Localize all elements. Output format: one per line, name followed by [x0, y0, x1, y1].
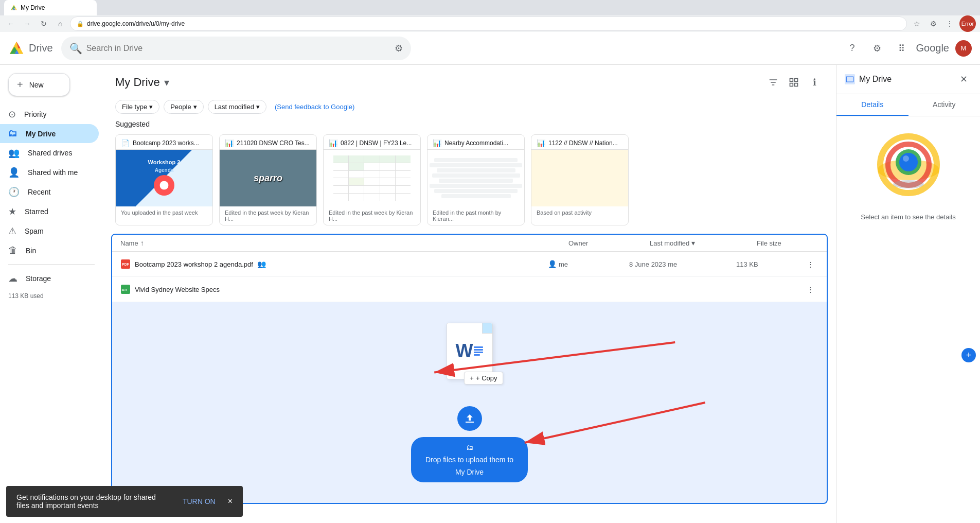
sidebar: + New ⊙ Priority 🗂 My Drive 👥 Shared dri… [0, 65, 103, 523]
svg-rect-11 [795, 83, 798, 86]
settings-btn[interactable]: ⚙ [867, 38, 887, 59]
filetype-label: File type [122, 103, 147, 111]
details-close-btn[interactable]: ✕ [955, 71, 972, 88]
sidebar-item-spam[interactable]: ⚠ Spam [0, 221, 99, 241]
active-tab[interactable]: My Drive [4, 0, 97, 15]
copy-text: + Copy [476, 374, 497, 382]
filter-view-btn[interactable] [764, 73, 782, 92]
grid-view-btn[interactable] [785, 73, 803, 92]
file-row-0[interactable]: PDF Bootcamp 2023 workshop 2 agenda.pdf … [112, 252, 827, 277]
sidebar-item-mydrive[interactable]: 🗂 My Drive [0, 124, 99, 143]
drive-favicon [10, 4, 17, 11]
main-title-arrow[interactable]: ▾ [164, 76, 169, 89]
spam-icon: ⚠ [8, 225, 16, 237]
main-content: My Drive ▾ ℹ File type [103, 65, 836, 523]
file-list-container: Name ↑ Owner Last modified ▾ File size [111, 234, 828, 504]
drop-upload-btn[interactable]: 🗂 Drop files to upload them to My Drive [411, 437, 528, 482]
suggested-card-1[interactable]: 📊 211020 DNSW CRO Tes... sparro Edited i… [219, 134, 317, 225]
people-label: People [170, 103, 191, 111]
file-more-btn-0[interactable]: ⋮ [802, 256, 818, 272]
suggested-card-0[interactable]: 📄 Bootcamp 2023 works... Workshop 2 Agen… [115, 134, 213, 225]
sheet-icon-svg: SHT [121, 285, 130, 294]
user-avatar[interactable]: M [955, 40, 972, 57]
filter-icon[interactable]: ⚙ [395, 43, 403, 54]
sidebar-item-storage[interactable]: ☁ Storage [0, 269, 99, 288]
sort-arrow: ↑ [140, 239, 144, 247]
home-btn[interactable]: ⌂ [54, 17, 67, 30]
sidebar-label-recent: Recent [28, 188, 50, 196]
sidebar-label-mydrive: My Drive [26, 130, 56, 138]
browser-avatar[interactable]: Error [959, 15, 976, 32]
col-modified[interactable]: Last modified ▾ [650, 239, 753, 247]
help-btn[interactable]: ? [842, 38, 863, 59]
suggested-card-4[interactable]: 📊 1122 // DNSW // Nation... [531, 134, 629, 225]
suggested-card-header-4: 📊 1122 // DNSW // Nation... [531, 135, 628, 150]
new-button[interactable]: + New [8, 73, 70, 96]
pdf-icon-svg: PDF [121, 259, 130, 269]
sidebar-item-shared-drives[interactable]: 👥 Shared drives [0, 143, 99, 163]
filetype-filter[interactable]: File type ▾ [115, 100, 159, 114]
notification-close-btn[interactable]: × [228, 497, 233, 506]
svg-rect-8 [790, 79, 793, 82]
extensions-btn[interactable]: ⚙ [926, 17, 940, 30]
info-btn[interactable]: ℹ [805, 73, 824, 92]
col-modified-label: Last modified [650, 239, 689, 247]
forward-btn[interactable]: → [21, 17, 34, 30]
sidebar-item-priority[interactable]: ⊙ Priority [0, 104, 99, 124]
starred-icon: ★ [8, 206, 16, 217]
apps-btn[interactable]: ⠿ [892, 38, 912, 59]
file-icon-sheet: SHT [120, 284, 131, 294]
search-bar[interactable]: 🔍 ⚙ [61, 37, 411, 60]
suggested-card-3[interactable]: 📊 Nearby Accommodati... [427, 134, 525, 225]
recent-icon: 🕐 [8, 186, 20, 198]
mydrive-icon: 🗂 [8, 128, 17, 139]
address-bar[interactable]: 🔒 drive.google.com/drive/u/0/my-drive [70, 16, 907, 31]
storage-icon: ☁ [8, 273, 17, 284]
suggested-card-footer-3: Edited in the past month by Kieran... [427, 206, 524, 225]
people-arrow: ▾ [193, 103, 197, 111]
suggested-card-footer-2: Edited in the past week by Kieran H... [324, 206, 420, 225]
col-name[interactable]: Name ↑ [120, 239, 564, 247]
details-add-btn[interactable]: + [961, 348, 976, 362]
feedback-link[interactable]: (Send feedback to Google) [275, 103, 354, 111]
sidebar-item-starred[interactable]: ★ Starred [0, 202, 99, 221]
sidebar-item-recent[interactable]: 🕐 Recent [0, 182, 99, 202]
file-icon-pdf: PDF [120, 259, 131, 269]
main-title-text: My Drive [115, 76, 160, 89]
suggested-section: Suggested 📄 Bootcamp 2023 works... Works… [103, 120, 836, 234]
cloud-drive-icon: 🗂 [466, 443, 473, 451]
suggested-card-2[interactable]: 📊 0822 | DNSW | FY23 Le... [323, 134, 421, 225]
word-w-letter: W [456, 340, 473, 362]
suggested-card-title-4: 1122 // DNSW // Nation... [548, 140, 618, 147]
details-tab-details[interactable]: Details [836, 94, 908, 116]
people-filter[interactable]: People ▾ [164, 100, 203, 114]
reload-btn[interactable]: ↻ [37, 17, 50, 30]
sidebar-label-storage: Storage [26, 274, 51, 283]
drive-logo-icon [8, 40, 25, 57]
details-illustration-svg [872, 129, 945, 201]
bookmark-btn[interactable]: ☆ [910, 17, 923, 30]
suggested-card-title-1: 211020 DNSW CRO Tes... [237, 140, 310, 147]
lastmodified-arrow: ▾ [256, 103, 260, 111]
tab-bar: My Drive [0, 0, 980, 15]
file-more-btn-1[interactable]: ⋮ [802, 281, 818, 298]
file-list-header: Name ↑ Owner Last modified ▾ File size [112, 235, 827, 252]
browser-toolbar: ← → ↻ ⌂ 🔒 drive.google.com/drive/u/0/my-… [0, 15, 980, 32]
file-row-1[interactable]: SHT Vivid Sydney Website Specs ⋮ [112, 277, 827, 302]
ppt-icon-1: 📊 [225, 139, 234, 147]
lastmodified-filter[interactable]: Last modified ▾ [208, 100, 266, 114]
sidebar-item-bin[interactable]: 🗑 Bin [0, 241, 99, 260]
sidebar-item-shared-with-me[interactable]: 👤 Shared with me [0, 163, 99, 182]
suggested-card-thumb-4 [531, 150, 628, 206]
shared-drives-icon: 👥 [8, 147, 20, 159]
suggested-card-header-2: 📊 0822 | DNSW | FY23 Le... [324, 135, 420, 150]
notification-action[interactable]: TURN ON [183, 497, 216, 505]
word-doc-corner [482, 323, 492, 334]
sidebar-label-spam: Spam [25, 227, 44, 235]
back-btn[interactable]: ← [4, 17, 17, 30]
suggested-card-title-0: Bootcamp 2023 works... [133, 140, 199, 147]
details-panel: My Drive ✕ Details Activity [836, 65, 980, 523]
search-input[interactable] [86, 44, 390, 53]
details-tab-activity[interactable]: Activity [908, 94, 981, 116]
menu-btn[interactable]: ⋮ [943, 17, 956, 30]
